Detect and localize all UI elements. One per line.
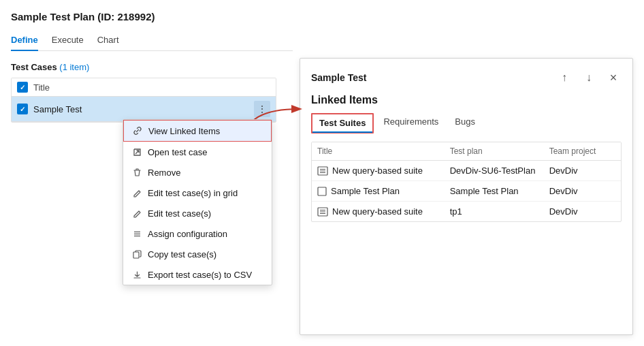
row-actions: ⋮ xyxy=(254,101,270,117)
trash-icon xyxy=(131,167,142,178)
link-icon xyxy=(132,125,143,136)
open-test-icon xyxy=(131,146,142,157)
header-checkbox[interactable] xyxy=(17,82,28,93)
edit-cases-icon xyxy=(131,208,142,219)
col-title-label: Title xyxy=(33,82,50,93)
right-panel-header: Sample Test ↑ ↓ × xyxy=(311,69,622,86)
li-cell-plan-1: DevDiv-SU6-TestPlan xyxy=(450,166,549,176)
menu-item-view-linked-label: View Linked Items xyxy=(148,126,220,136)
right-panel-actions: ↑ ↓ × xyxy=(556,69,622,86)
table-row: Sample Test ⋮ xyxy=(12,97,276,122)
menu-item-open-label: Open test case xyxy=(148,147,207,157)
page-title: Sample Test Plan (ID: 218992) xyxy=(11,11,293,22)
tabs-bar: Define Execute Chart xyxy=(11,31,293,51)
li-cell-title-3: New query-based suite xyxy=(317,206,450,217)
export-csv-icon xyxy=(131,269,142,280)
menu-item-export-csv-label: Export test case(s) to CSV xyxy=(148,270,252,280)
left-panel: Sample Test Plan (ID: 218992) Define Exe… xyxy=(0,0,293,346)
menu-item-copy-cases[interactable]: Copy test case(s) xyxy=(123,244,272,264)
li-cell-title-1: New query-based suite xyxy=(317,166,450,176)
menu-item-edit-cases-label: Edit test case(s) xyxy=(148,208,211,219)
up-arrow-button[interactable]: ↑ xyxy=(556,69,573,86)
context-menu: View Linked Items Open test case Remo xyxy=(123,119,272,285)
down-arrow-button[interactable]: ↓ xyxy=(581,69,597,86)
menu-item-copy-cases-label: Copy test case(s) xyxy=(148,249,216,260)
li-cell-project-1: DevDiv xyxy=(549,166,615,176)
menu-item-open-test[interactable]: Open test case xyxy=(123,142,272,162)
table-header-row: Title xyxy=(12,78,276,97)
edit-grid-icon xyxy=(131,187,142,198)
tab-bugs[interactable]: Bugs xyxy=(448,113,482,133)
col-header-project: Team project xyxy=(549,146,615,156)
tab-requirements[interactable]: Requirements xyxy=(376,113,445,133)
linked-items-title: Linked Items xyxy=(311,94,622,106)
menu-item-assign-config-label: Assign configuration xyxy=(148,229,227,239)
test-cases-table: Title Sample Test ⋮ xyxy=(11,78,276,123)
tab-define[interactable]: Define xyxy=(11,31,38,50)
li-cell-title-2: Sample Test Plan xyxy=(317,186,450,196)
menu-item-assign-config[interactable]: Assign configuration xyxy=(123,223,272,244)
li-cell-project-2: DevDiv xyxy=(549,186,615,196)
more-actions-button[interactable]: ⋮ xyxy=(254,101,270,117)
close-button[interactable]: × xyxy=(605,69,622,86)
main-container: Sample Test Plan (ID: 218992) Define Exe… xyxy=(0,0,644,346)
li-table-header: Title Test plan Team project xyxy=(312,142,621,161)
menu-item-edit-grid-label: Edit test case(s) in grid xyxy=(148,188,238,198)
linked-items-table: Title Test plan Team project New query-b… xyxy=(311,142,622,222)
row-checkbox[interactable] xyxy=(17,104,28,114)
assign-config-icon xyxy=(131,228,142,239)
query-suite-icon-2 xyxy=(317,207,328,217)
li-cell-plan-3: tp1 xyxy=(450,206,549,217)
tab-chart[interactable]: Chart xyxy=(97,31,119,50)
right-panel-title: Sample Test xyxy=(311,72,366,83)
menu-item-export-csv[interactable]: Export test case(s) to CSV xyxy=(123,264,272,285)
table-row: Sample Test Plan Sample Test Plan DevDiv xyxy=(312,181,621,202)
col-header-plan: Test plan xyxy=(450,146,549,156)
menu-item-remove-label: Remove xyxy=(148,168,180,178)
copy-cases-icon xyxy=(131,249,142,260)
menu-item-view-linked[interactable]: View Linked Items xyxy=(123,120,272,142)
menu-item-remove[interactable]: Remove xyxy=(123,162,272,183)
table-row: New query-based suite DevDiv-SU6-TestPla… xyxy=(312,161,621,181)
query-suite-icon xyxy=(317,166,328,176)
section-header: Test Cases (1 item) xyxy=(11,62,293,72)
svg-rect-3 xyxy=(133,252,139,258)
li-cell-plan-2: Sample Test Plan xyxy=(450,186,549,196)
li-cell-project-3: DevDiv xyxy=(549,206,615,217)
menu-item-edit-cases[interactable]: Edit test case(s) xyxy=(123,203,272,223)
tab-test-suites[interactable]: Test Suites xyxy=(311,113,374,133)
menu-item-edit-grid[interactable]: Edit test case(s) in grid xyxy=(123,183,272,203)
tab-execute[interactable]: Execute xyxy=(52,31,84,50)
col-header-title: Title xyxy=(317,146,450,156)
linked-tabs: Test Suites Requirements Bugs xyxy=(311,113,622,133)
svg-rect-9 xyxy=(318,187,326,195)
table-row: New query-based suite tp1 DevDiv xyxy=(312,202,621,221)
static-suite-icon xyxy=(317,187,327,196)
row-title: Sample Test xyxy=(33,104,254,114)
right-panel: Sample Test ↑ ↓ × Linked Items Test Suit… xyxy=(300,58,633,335)
